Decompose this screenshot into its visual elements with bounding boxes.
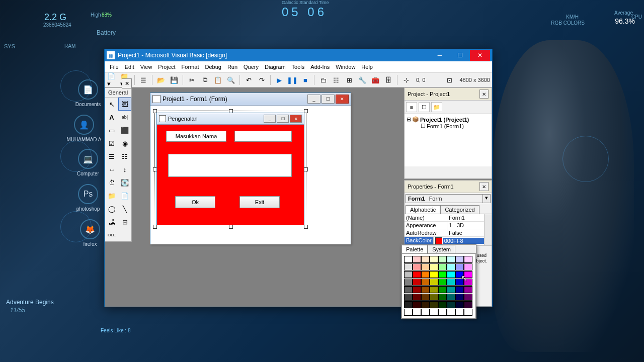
color-swatch[interactable]: [430, 309, 438, 316]
tb-copy-icon[interactable]: ⧉: [199, 74, 211, 86]
prop-key-appearance[interactable]: Appearance: [405, 222, 447, 229]
properties-grid[interactable]: (Name)Form1 Appearance1 - 3D AutoRedrawF…: [405, 214, 492, 245]
user-form[interactable]: Pengenalan _ ☐ ✕ Masukkan Nama Ok Exit: [156, 113, 304, 225]
color-swatch[interactable]: [413, 309, 421, 316]
tb-data-view-icon[interactable]: 🗄: [382, 74, 394, 86]
menu-debug[interactable]: Debug: [202, 63, 224, 71]
color-swatch[interactable]: [438, 301, 447, 308]
close-button[interactable]: ✕: [470, 50, 490, 61]
menu-help[interactable]: Help: [358, 63, 376, 71]
form-designer-window[interactable]: Project1 - Form1 (Form) _ ☐ ✕: [150, 93, 351, 244]
color-swatch[interactable]: [438, 286, 447, 293]
form-designer-titlebar[interactable]: Project1 - Form1 (Form) _ ☐ ✕: [150, 93, 351, 106]
color-swatch[interactable]: [438, 279, 447, 286]
form-close-button[interactable]: ✕: [336, 95, 349, 104]
color-swatch[interactable]: [438, 256, 447, 263]
tb-project-explorer-icon[interactable]: 🗀: [317, 74, 329, 86]
textbox-nama[interactable]: [234, 131, 292, 142]
tb-find-icon[interactable]: 🔍: [225, 74, 237, 86]
properties-close-icon[interactable]: ✕: [479, 182, 489, 191]
color-swatch[interactable]: [421, 263, 430, 270]
color-swatch[interactable]: [464, 301, 472, 308]
color-swatch[interactable]: [447, 256, 455, 263]
menu-window[interactable]: Window: [333, 63, 358, 71]
tree-collapse-icon[interactable]: ⊟: [407, 116, 411, 123]
color-swatch[interactable]: [421, 286, 430, 293]
color-swatch[interactable]: [413, 271, 421, 278]
color-swatch[interactable]: [464, 286, 472, 293]
label-masukkan-nama[interactable]: Masukkan Nama: [166, 131, 226, 142]
tb-form-layout-icon[interactable]: ⊞: [343, 74, 355, 86]
color-swatch[interactable]: [464, 309, 472, 316]
color-swatch[interactable]: [421, 271, 430, 278]
maximize-button[interactable]: ☐: [450, 50, 470, 61]
color-swatch[interactable]: [430, 263, 438, 270]
color-swatch[interactable]: [404, 286, 413, 293]
titlebar[interactable]: ▦ Project1 - Microsoft Visual Basic [des…: [105, 49, 492, 61]
desktop-icon-computer[interactable]: 💻Computer: [70, 149, 106, 176]
tb-object-browser-icon[interactable]: 🔧: [356, 74, 368, 86]
tb-redo-icon[interactable]: ↷: [256, 74, 268, 86]
color-swatch[interactable]: [421, 294, 430, 301]
tb-break-icon[interactable]: ❚❚: [286, 74, 298, 86]
user-form-close-button[interactable]: ✕: [290, 115, 302, 123]
user-form-body[interactable]: Masukkan Nama Ok Exit: [157, 125, 304, 225]
color-swatch-grid[interactable]: [401, 253, 476, 318]
tb-cut-icon[interactable]: ✂: [186, 74, 198, 86]
color-swatch[interactable]: [447, 301, 455, 308]
tb-start-icon[interactable]: ▶: [273, 74, 285, 86]
color-swatch[interactable]: [413, 286, 421, 293]
color-swatch[interactable]: [447, 263, 455, 270]
color-swatch[interactable]: [438, 263, 447, 270]
color-swatch[interactable]: [455, 294, 464, 301]
project-explorer-close-icon[interactable]: ✕: [479, 89, 489, 99]
color-swatch[interactable]: [455, 263, 464, 270]
tb-menu-editor-icon[interactable]: ☰: [137, 74, 149, 86]
menu-tools[interactable]: Tools: [289, 63, 308, 71]
tb-add-form-icon[interactable]: 📄▾: [107, 74, 119, 86]
exit-button[interactable]: Exit: [239, 196, 280, 208]
desktop-icon-firefox[interactable]: 🦊firefox: [72, 219, 108, 247]
color-swatch[interactable]: [430, 294, 438, 301]
color-swatch[interactable]: [447, 309, 455, 316]
color-swatch[interactable]: [438, 294, 447, 301]
color-swatch[interactable]: [430, 279, 438, 286]
user-form-minimize-button[interactable]: _: [264, 115, 276, 123]
picker-tab-system[interactable]: System: [428, 245, 455, 253]
minimize-button[interactable]: ─: [430, 50, 450, 61]
desktop-icon-photoshop[interactable]: Psphotoshop: [70, 184, 106, 212]
color-swatch[interactable]: [413, 294, 421, 301]
color-swatch[interactable]: [447, 271, 455, 278]
color-swatch[interactable]: [404, 263, 413, 270]
color-swatch[interactable]: [421, 309, 430, 316]
menu-addins[interactable]: Add-Ins: [307, 63, 333, 71]
color-swatch[interactable]: [413, 256, 421, 263]
prop-key-autoredraw[interactable]: AutoRedraw: [405, 229, 447, 236]
color-swatch[interactable]: [421, 301, 430, 308]
menu-diagram[interactable]: Diagram: [262, 63, 289, 71]
color-swatch[interactable]: [404, 294, 413, 301]
menu-format[interactable]: Format: [179, 63, 202, 71]
prop-key-backcolor[interactable]: BackColor: [405, 237, 434, 245]
color-swatch[interactable]: [464, 256, 472, 263]
combo-dropdown-icon[interactable]: ▾: [482, 195, 490, 203]
menu-view[interactable]: View: [137, 63, 155, 71]
color-swatch[interactable]: [430, 271, 438, 278]
tb-properties-icon[interactable]: ☷: [330, 74, 342, 86]
tb-toolbox-icon[interactable]: 🧰: [369, 74, 381, 86]
color-swatch[interactable]: [464, 294, 472, 301]
prop-key-name[interactable]: (Name): [405, 214, 447, 221]
tb-undo-icon[interactable]: ↶: [243, 74, 255, 86]
menu-edit[interactable]: Edit: [122, 63, 137, 71]
menu-file[interactable]: File: [107, 63, 122, 71]
tab-alphabetic[interactable]: Alphabetic: [406, 205, 440, 214]
color-swatch[interactable]: [464, 263, 472, 270]
color-swatch[interactable]: [404, 301, 413, 308]
tab-categorized[interactable]: Categorized: [440, 205, 479, 214]
desktop-icon-documents[interactable]: 📄Documents: [70, 79, 106, 107]
toggle-folders-icon[interactable]: 📁: [431, 102, 442, 112]
form-maximize-button[interactable]: ☐: [321, 95, 335, 104]
user-form-titlebar[interactable]: Pengenalan _ ☐ ✕: [157, 113, 304, 125]
textbox-output[interactable]: [168, 154, 292, 177]
project-child[interactable]: Form1 (Form1): [427, 123, 464, 129]
